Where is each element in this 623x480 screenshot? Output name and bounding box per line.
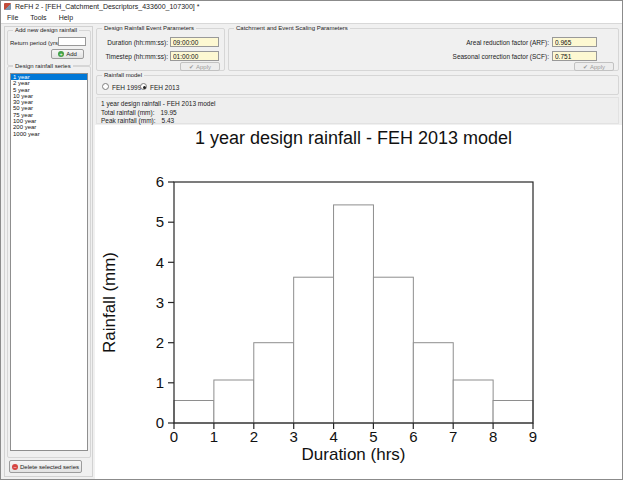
scaling-params-groupbox: Catchment and Event Scaling Parameters A… (228, 28, 619, 71)
total-rainfall-row: Total rainfall (mm):19.95 (101, 109, 177, 116)
svg-text:9: 9 (529, 428, 537, 445)
menu-item-help[interactable]: Help (53, 12, 79, 24)
app-window: ReFH 2 - [FEH_Catchment_Descriptors_4336… (0, 0, 623, 480)
svg-text:7: 7 (449, 428, 457, 445)
minus-icon: − (12, 464, 18, 470)
check-icon: ✔ (189, 64, 194, 70)
svg-text:0: 0 (170, 428, 178, 445)
summary-heading: 1 year design rainfall - FEH 2013 model (101, 100, 216, 107)
event-params-groupbox-title: Design Rainfall Event Parameters (102, 25, 196, 32)
svg-text:6: 6 (156, 173, 164, 190)
list-item[interactable]: 1000 year (11, 131, 87, 137)
series-listbox[interactable]: 1 year 2 year 5 year 10 year 30 year 50 … (10, 73, 88, 451)
chart-panel: 012345601234567891 year design rainfall … (95, 125, 622, 480)
svg-text:6: 6 (409, 428, 417, 445)
peak-rainfall-value: 5.43 (162, 117, 175, 124)
svg-text:1: 1 (210, 428, 218, 445)
svg-text:4: 4 (156, 254, 164, 271)
svg-text:8: 8 (489, 428, 497, 445)
add-rainfall-groupbox-title: Add new design rainfall (13, 27, 79, 34)
svg-text:Rainfall (mm): Rainfall (mm) (100, 252, 119, 353)
svg-text:5: 5 (156, 213, 164, 230)
title-bar: ReFH 2 - [FEH_Catchment_Descriptors_4336… (1, 1, 622, 12)
apply-scaling-params-button[interactable]: ✔ Apply (574, 62, 614, 71)
series-groupbox: Design rainfall series 1 year 2 year 5 y… (7, 66, 91, 458)
total-rainfall-label: Total rainfall (mm): (101, 109, 154, 116)
scf-label: Seasonal correction factor (SCF): (229, 53, 549, 60)
add-button-label: Add (66, 51, 77, 57)
apply-button-label: Apply (196, 64, 211, 70)
window-title: ReFH 2 - [FEH_Catchment_Descriptors_4336… (15, 3, 199, 10)
duration-label: Duration (hh:mm:ss): (97, 39, 168, 46)
svg-text:0: 0 (156, 414, 164, 431)
menu-item-tools[interactable]: Tools (24, 12, 52, 24)
timestep-input[interactable] (170, 51, 219, 61)
delete-series-button[interactable]: − Delete selected series (9, 460, 82, 473)
return-period-label: Return period (yrs): (10, 40, 62, 46)
timestep-label: Timestep (hh:mm:ss): (97, 53, 168, 60)
svg-text:3: 3 (156, 294, 164, 311)
scf-input[interactable] (552, 51, 597, 61)
duration-input[interactable] (170, 37, 219, 47)
menu-bar: File Tools Help (1, 12, 622, 24)
rainfall-model-groupbox-title: Rainfall model (102, 72, 144, 79)
app-icon (4, 3, 11, 10)
radio-feh-2013[interactable] (140, 83, 147, 90)
add-button[interactable]: + Add (51, 49, 84, 59)
svg-text:2: 2 (250, 428, 258, 445)
arf-label: Areal reduction factor (ARF): (229, 39, 549, 46)
rainfall-chart: 012345601234567891 year design rainfall … (95, 125, 622, 480)
arf-input[interactable] (552, 37, 597, 47)
event-params-groupbox: Design Rainfall Event Parameters Duratio… (96, 28, 225, 71)
series-groupbox-title: Design rainfall series (13, 63, 73, 70)
rainfall-model-groupbox: Rainfall model FEH 1999 FEH 2013 (96, 75, 619, 95)
delete-series-button-label: Delete selected series (20, 464, 79, 470)
radio-feh-2013-label[interactable]: FEH 2013 (150, 84, 179, 91)
menu-item-file[interactable]: File (1, 12, 24, 24)
svg-text:5: 5 (369, 428, 377, 445)
add-rainfall-groupbox: Add new design rainfall Return period (y… (7, 30, 91, 66)
svg-text:4: 4 (329, 428, 337, 445)
return-period-input[interactable] (58, 37, 86, 46)
peak-rainfall-label: Peak rainfall (mm): (101, 117, 156, 124)
peak-rainfall-row: Peak rainfall (mm):5.43 (101, 117, 174, 124)
apply-event-params-button[interactable]: ✔ Apply (180, 62, 220, 71)
scaling-params-groupbox-title: Catchment and Event Scaling Parameters (234, 25, 350, 32)
total-rainfall-value: 19.95 (160, 109, 176, 116)
radio-feh-1999-label[interactable]: FEH 1999 (112, 84, 141, 91)
svg-text:Duration (hrs): Duration (hrs) (302, 445, 406, 464)
svg-text:1 year design rainfall - FEH 2: 1 year design rainfall - FEH 2013 model (195, 128, 512, 148)
svg-text:2: 2 (156, 334, 164, 351)
check-icon: ✔ (583, 64, 588, 70)
plus-icon: + (58, 51, 64, 57)
radio-feh-1999[interactable] (102, 83, 109, 90)
svg-text:1: 1 (156, 374, 164, 391)
summary-panel: 1 year design rainfall - FEH 2013 model … (96, 97, 619, 124)
svg-text:3: 3 (290, 428, 298, 445)
sidebar-panel: Add new design rainfall Return period (y… (4, 26, 93, 477)
apply-button-label: Apply (590, 64, 605, 70)
